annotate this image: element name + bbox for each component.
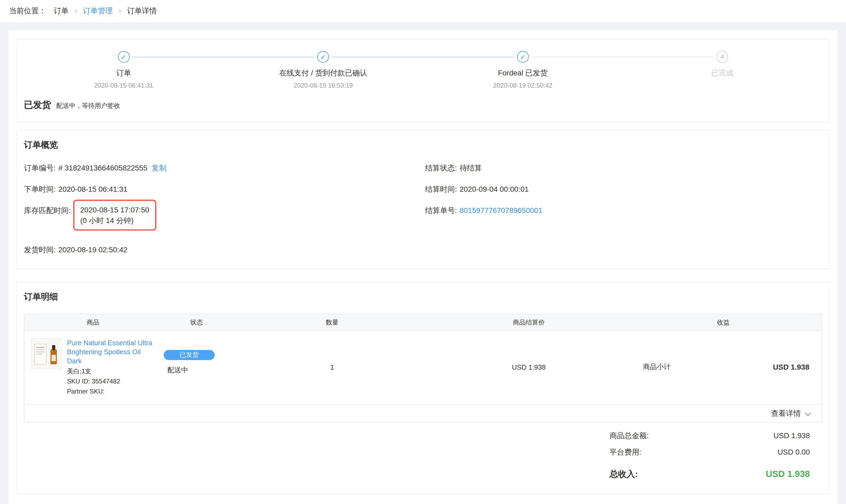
summary-value: USD 1.938 (774, 431, 810, 441)
step-completed: 4 已完成 (622, 51, 822, 89)
quantity-cell: 1 (232, 338, 433, 396)
product-image[interactable] (31, 338, 61, 369)
breadcrumb-item-order-detail: 订单详情 (127, 6, 157, 16)
settle-status-row: 结算状态: 待结算 (425, 163, 822, 174)
overview-title: 订单概览 (24, 140, 822, 151)
shipping-status-title: 已发货 (24, 99, 51, 111)
product-info: Pure Natural Essential Ultra Brightening… (67, 338, 156, 396)
view-detail-toggle[interactable]: 查看详情 (771, 409, 809, 418)
order-number-row: 订单编号: # 31824913664605822555 复制 (24, 163, 425, 174)
summary-value: USD 0.00 (778, 448, 810, 457)
stock-match-duration: (0 小时 14 分钟) (80, 216, 134, 224)
ship-time-value: 2020-08-19 02:50:42 (58, 244, 127, 255)
breadcrumb-item-orders[interactable]: 订单 (54, 6, 69, 16)
breadcrumb-item-order-management[interactable]: 订单管理 (83, 6, 113, 16)
total-income-label: 总收入: (610, 469, 638, 480)
copy-order-number-link[interactable]: 复制 (152, 163, 166, 174)
overview-left-column: 订单编号: # 31824913664605822555 复制 下单时间: 20… (24, 163, 425, 266)
check-icon: ✓ (121, 53, 127, 61)
ship-time-row: 发货时间: 2020-08-19 02:50:42 (24, 244, 425, 255)
order-items-table: 商品 状态 数量 商品结算价 收益 (24, 314, 822, 423)
income-cell: 商品小计 USD 1.938 (625, 338, 822, 396)
header-settlement-price: 商品结算价 (433, 318, 625, 327)
order-time-value: 2020-08-15 06:41:31 (58, 184, 127, 195)
settle-time-value: 2020-09-04 00:00:01 (460, 184, 529, 195)
check-icon: ✓ (320, 53, 326, 61)
shipping-status-desc: 配送中，等待用户签收 (56, 102, 120, 110)
summary-label: 平台费用: (610, 448, 641, 457)
product-sku-id: SKU ID: 35547482 (67, 378, 156, 385)
main-card: ✓ 订单 2020-08-15 06:41:31 ✓ 在线支付 / 货到付款已确… (8, 30, 838, 504)
step-time: 2020-08-15 16:53:19 (224, 82, 423, 89)
shipping-status: 已发货 配送中，等待用户签收 (24, 99, 822, 111)
step-circle-done: ✓ (318, 51, 329, 63)
view-detail-label: 查看详情 (771, 409, 801, 418)
overview-right-column: 结算状态: 待结算 结算时间: 2020-09-04 00:00:01 结算单号… (425, 163, 822, 266)
total-income-value: USD 1.938 (766, 469, 810, 480)
step-time: 2020-08-19 02:50:42 (423, 82, 622, 89)
order-summary: 商品总金额: USD 1.938 平台费用: USD 0.00 总收入: USD… (610, 431, 822, 480)
summary-label: 商品总金额: (610, 431, 649, 441)
order-time-row: 下单时间: 2020-08-15 06:41:31 (24, 184, 425, 195)
subtotal-label: 商品小计 (643, 362, 671, 372)
breadcrumb-separator-icon: > (74, 7, 77, 15)
settle-status-value: 待结算 (460, 163, 482, 174)
step-number: 4 (721, 53, 724, 60)
product-name-link[interactable]: Pure Natural Essential Ultra Brightening… (67, 338, 156, 365)
summary-row-total-amount: 商品总金额: USD 1.938 (610, 431, 810, 441)
settle-status-label: 结算状态: (425, 163, 457, 174)
step-title: Fordeal 已发货 (423, 69, 622, 78)
settlement-price-cell: USD 1.938 (433, 338, 625, 396)
order-number-value: # 31824913664605822555 (58, 163, 147, 174)
step-time: 2020-08-15 06:41:31 (24, 82, 224, 89)
chevron-down-icon (805, 410, 811, 416)
step-connector-line (132, 57, 315, 57)
settle-time-row: 结算时间: 2020-09-04 00:00:01 (425, 184, 822, 195)
summary-row-platform-fee: 平台费用: USD 0.00 (610, 448, 810, 457)
settle-time-label: 结算时间: (425, 184, 457, 195)
table-header-row: 商品 状态 数量 商品结算价 收益 (24, 314, 822, 331)
step-time (622, 82, 822, 89)
income-value: USD 1.938 (773, 363, 809, 371)
order-steps: ✓ 订单 2020-08-15 06:41:31 ✓ 在线支付 / 货到付款已确… (24, 51, 822, 89)
step-title: 已完成 (622, 69, 822, 78)
breadcrumb: 当前位置： 订单 > 订单管理 > 订单详情 (0, 0, 846, 22)
status-cell: 已发货 配送中 (161, 338, 232, 396)
order-progress-panel: ✓ 订单 2020-08-15 06:41:31 ✓ 在线支付 / 货到付款已确… (16, 39, 830, 122)
header-income: 收益 (625, 318, 822, 327)
stock-match-time-label: 库存匹配时间: (24, 205, 71, 216)
ship-time-label: 发货时间: (24, 244, 56, 255)
header-product: 商品 (24, 318, 161, 327)
order-detail-panel: 订单明细 商品 状态 数量 商品结算价 收益 (16, 282, 830, 494)
order-time-label: 下单时间: (24, 184, 56, 195)
step-circle-pending: 4 (717, 51, 728, 63)
step-connector-line (531, 57, 714, 57)
settle-number-link[interactable]: 80159777670789650001 (460, 205, 542, 216)
detail-title: 订单明细 (24, 291, 822, 303)
header-status: 状态 (161, 318, 232, 327)
settle-number-row: 结算单号: 80159777670789650001 (425, 205, 822, 216)
order-overview-panel: 订单概览 订单编号: # 31824913664605822555 复制 下单时… (16, 130, 830, 269)
status-sub-text: 配送中 (168, 365, 232, 375)
breadcrumb-separator-icon: > (118, 7, 122, 15)
order-detail-page: 当前位置： 订单 > 订单管理 > 订单详情 ✓ 订单 2020-08-15 0… (0, 0, 846, 504)
table-row: Pure Natural Essential Ultra Brightening… (24, 331, 822, 405)
breadcrumb-label: 当前位置： (9, 6, 46, 16)
step-title: 在线支付 / 货到付款已确认 (224, 69, 423, 78)
check-icon: ✓ (520, 53, 526, 61)
product-photo-placeholder (31, 339, 61, 368)
header-quantity: 数量 (232, 318, 433, 327)
stock-match-time-highlight-box: 2020-08-15 17:07:50 (0 小时 14 分钟) (73, 200, 156, 231)
product-partner-sku: Partner SKU: (67, 388, 156, 396)
step-circle-done: ✓ (118, 51, 130, 63)
order-number-label: 订单编号: (24, 163, 56, 174)
product-attributes: 美白;1支 (67, 367, 156, 376)
stock-match-time-row: 库存匹配时间: 2020-08-15 17:07:50 (0 小时 14 分钟) (24, 205, 425, 231)
product-cell: Pure Natural Essential Ultra Brightening… (24, 338, 161, 396)
table-actions-row: 查看详情 (24, 405, 822, 422)
overview-grid: 订单编号: # 31824913664605822555 复制 下单时间: 20… (24, 163, 822, 266)
status-badge: 已发货 (164, 350, 215, 360)
step-title: 订单 (24, 69, 224, 78)
settle-number-label: 结算单号: (425, 205, 457, 216)
stock-match-time-value: 2020-08-15 17:07:50 (80, 205, 149, 214)
